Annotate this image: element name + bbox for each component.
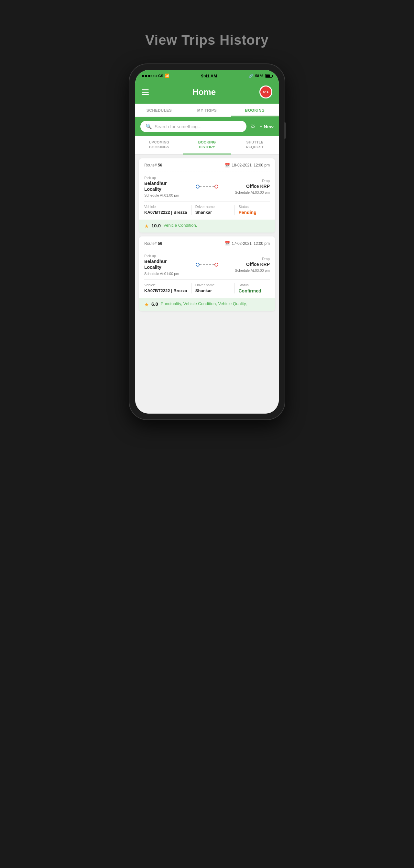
status-value-2: Confirmed xyxy=(238,288,270,293)
battery-fill xyxy=(266,74,270,77)
search-placeholder: Search for something... xyxy=(154,124,202,129)
drop-schedule-1: Schedule At:03:00 pm xyxy=(220,190,270,194)
status-right: 🔗 58 % xyxy=(249,74,272,78)
rating-row-2: ★ 6.0 Punctuality, Vehicle Condition, Ve… xyxy=(139,298,275,311)
status-left: GS 📶 xyxy=(142,73,170,78)
header-title: Home xyxy=(193,87,216,97)
signal-dots xyxy=(142,75,157,77)
card-row-top-1: Route# 56 📅 18-02-2021 12:00 pm xyxy=(144,163,270,168)
pickup-info-2: Pick up BelandhurLocality Schedule At:01… xyxy=(144,254,194,275)
pickup-circle-1 xyxy=(196,185,200,188)
card-row-top-2: Route# 56 📅 17-02-2021 12:00 pm xyxy=(144,241,270,246)
sub-tab-shuttle-request[interactable]: SHUTTLEREQUEST xyxy=(231,136,279,154)
vehicle-section-1: Vehicle KA07BT2222 | Brezza xyxy=(144,205,191,215)
drop-schedule-2: Schedule At:03:00 pm xyxy=(220,269,270,272)
search-icon: 🔍 xyxy=(145,123,152,129)
pickup-label-1: Pick up xyxy=(144,176,194,180)
star-icon-1: ★ xyxy=(144,223,149,229)
hamburger-menu-icon[interactable] xyxy=(142,89,149,95)
drop-info-1: Drop Office KRP Schedule At:03:00 pm xyxy=(220,179,270,194)
solid-divider-1 xyxy=(144,201,270,202)
vehicle-label-1: Vehicle xyxy=(144,205,191,209)
main-tabs: SCHEDULES MY TRIPS BOOKING xyxy=(135,104,279,117)
wifi-icon: 📶 xyxy=(165,73,170,78)
driver-value-1: Shankar xyxy=(195,210,235,215)
app-header: Home S×S xyxy=(135,82,279,104)
driver-section-1: Driver name Shankar xyxy=(191,205,235,215)
pickup-drop-row-2: Pick up BelandhurLocality Schedule At:01… xyxy=(144,254,270,275)
signal-dot-1 xyxy=(142,75,144,77)
battery-percent: 58 % xyxy=(255,74,263,78)
dashed-divider-2 xyxy=(144,250,270,250)
page-wrapper: View Trips History GS 📶 9:41 AM xyxy=(104,13,310,420)
route-dashed-2 xyxy=(200,264,214,265)
date-info-1: 📅 18-02-2021 12:00 pm xyxy=(225,163,270,168)
card-body-1: Route# 56 📅 18-02-2021 12:00 pm xyxy=(139,158,275,220)
vehicle-value-2: KA07BT2222 | Brezza xyxy=(144,288,191,293)
tab-booking[interactable]: BOOKING xyxy=(231,104,279,117)
status-label-1: Status xyxy=(238,205,270,209)
status-section-1: Status Pending xyxy=(234,205,270,215)
sub-tabs: UPCOMINGBOOKINGS BOOKINGHISTORY SHUTTLER… xyxy=(135,136,279,154)
bluetooth-icon: 🔗 xyxy=(249,74,253,78)
rating-score-2: 6.0 xyxy=(151,301,158,307)
search-input-wrap[interactable]: 🔍 Search for something... xyxy=(140,121,246,132)
sub-tab-upcoming-bookings[interactable]: UPCOMINGBOOKINGS xyxy=(135,136,183,154)
drop-name-2: Office KRP xyxy=(220,261,270,267)
calendar-icon-2: 📅 xyxy=(225,241,230,246)
drop-label-1: Drop xyxy=(220,179,270,183)
pickup-name-2: BelandhurLocality xyxy=(144,258,194,270)
search-actions: ⛭ + New xyxy=(250,123,274,130)
driver-section-2: Driver name Shankar xyxy=(191,283,235,293)
drop-info-2: Drop Office KRP Schedule At:03:00 pm xyxy=(220,257,270,272)
vehicle-section-2: Vehicle KA07BT2222 | Brezza xyxy=(144,283,191,293)
rating-score-1: 10.0 xyxy=(151,223,161,228)
vehicle-label-2: Vehicle xyxy=(144,283,191,287)
signal-dot-5 xyxy=(154,75,157,77)
card-body-2: Route# 56 📅 17-02-2021 12:00 pm xyxy=(139,237,275,298)
trip-time-2: 12:00 pm xyxy=(253,241,270,246)
route-dashed-1 xyxy=(200,186,214,187)
tab-my-trips[interactable]: MY TRIPS xyxy=(183,104,231,117)
plus-icon: + xyxy=(260,124,262,129)
status-label-2: Status xyxy=(238,283,270,287)
phone-volume-button xyxy=(284,122,286,138)
route-info-2: Route# 56 xyxy=(144,241,162,246)
pickup-label-2: Pick up xyxy=(144,254,194,258)
driver-value-2: Shankar xyxy=(195,288,235,293)
rating-row-1: ★ 10.0 Vehicle Condition, xyxy=(139,220,275,232)
sub-tab-booking-history[interactable]: BOOKINGHISTORY xyxy=(183,136,231,154)
pickup-drop-row-1: Pick up BelandhurLocality Schedule At:01… xyxy=(144,176,270,197)
pickup-schedule-2: Schedule At:01:00 pm xyxy=(144,272,194,276)
carrier-label: GS xyxy=(158,74,163,78)
dashed-divider-1 xyxy=(144,172,270,172)
star-icon-2: ★ xyxy=(144,302,149,308)
pickup-name-1: BelandhurLocality xyxy=(144,180,194,192)
signal-dot-4 xyxy=(151,75,153,77)
vehicle-row-2: Vehicle KA07BT2222 | Brezza Driver name … xyxy=(144,283,270,293)
new-button[interactable]: + New xyxy=(260,124,274,129)
date-info-2: 📅 17-02-2021 12:00 pm xyxy=(225,241,270,246)
route-label-1: Route# xyxy=(144,163,157,167)
route-line-1 xyxy=(194,185,220,188)
filter-icon[interactable]: ⛭ xyxy=(250,123,256,130)
battery-icon xyxy=(265,74,272,78)
vehicle-row-1: Vehicle KA07BT2222 | Brezza Driver name … xyxy=(144,205,270,215)
phone-shell: GS 📶 9:41 AM 🔗 58 % xyxy=(129,64,285,420)
trip-date-2: 17-02-2021 xyxy=(232,241,252,246)
sos-button[interactable]: S×S xyxy=(260,86,272,98)
route-info-1: Route# 56 xyxy=(144,163,162,167)
driver-label-2: Driver name xyxy=(195,283,235,287)
signal-dot-2 xyxy=(145,75,147,77)
tab-schedules[interactable]: SCHEDULES xyxy=(135,104,183,117)
trips-container: Route# 56 📅 18-02-2021 12:00 pm xyxy=(135,154,279,349)
trip-time-1: 12:00 pm xyxy=(253,163,270,167)
trip-date-1: 18-02-2021 xyxy=(232,163,252,167)
route-line-2 xyxy=(194,263,220,267)
route-number-2: 56 xyxy=(158,241,162,246)
driver-label-1: Driver name xyxy=(195,205,235,209)
trip-card: Route# 56 📅 18-02-2021 12:00 pm xyxy=(139,158,275,232)
route-label-2: Route# xyxy=(144,241,157,246)
drop-label-2: Drop xyxy=(220,257,270,261)
new-label: New xyxy=(264,124,274,129)
